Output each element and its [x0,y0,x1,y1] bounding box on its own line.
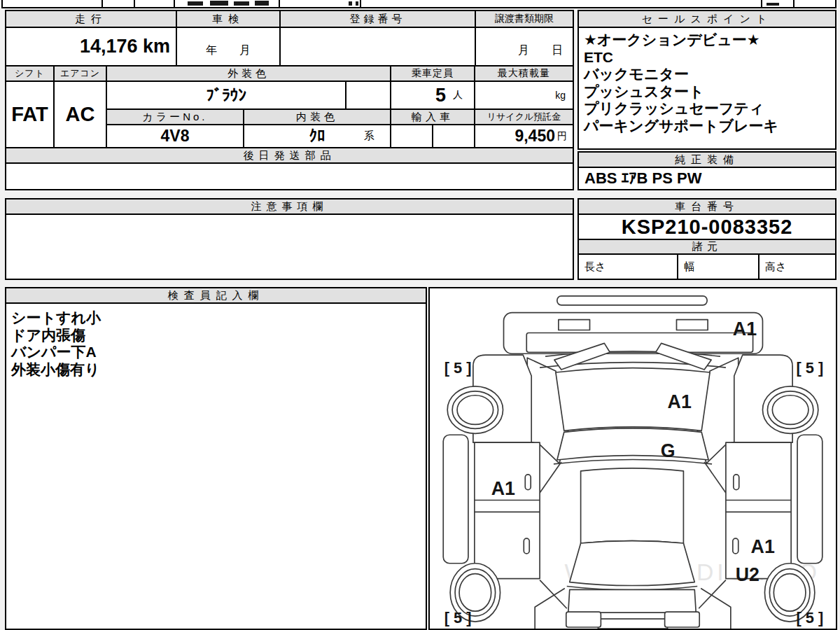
roof-panel [581,468,684,543]
left-rear-door-handle [524,538,529,554]
sales-points-list: ★オークションデビュー★ ETC バックモニター プッシュスタート プリクラッシ… [578,27,836,150]
color-no-header: カラーNo. [106,108,244,125]
rear-bumper-right-corner [701,588,731,629]
right-doors-panel [726,442,791,578]
cropped-grid-line [1,0,3,7]
capacity-header: 乗車定員 [390,65,475,82]
grade-windshield: A1 [668,391,692,412]
max-load-value-cell: kg [474,80,574,110]
later-parts-value [5,162,574,190]
right-front-door-handle [734,475,739,490]
rear-quarter-left-line [540,580,567,609]
exterior-color-value: ﾌﾞﾗｳﾝ [106,80,346,110]
shift-header: シフト [5,65,55,82]
capacity-value-cell: 5 人 [390,80,475,110]
color-no-value: 4V8 [106,124,244,148]
sales-points-header: セールスポイント [578,10,836,28]
cropped-top-row [1,0,836,8]
left-doors-panel [475,442,540,578]
front-top-strip [557,296,707,305]
front-left-wheel [447,386,503,433]
grade-right-rear-quarter: U2 [736,564,760,585]
exterior-color-extra-cell [345,80,391,110]
sales-point-item: プッシュスタート [584,83,835,101]
interior-color-value: ｸﾛ [309,127,326,146]
rear-bumper-rect-left [566,612,601,627]
spec-height-cell: 高さ [758,253,836,280]
inspector-notes: シートすれ小 ドア内張傷 バンパー下A 外装小傷有り [5,302,427,630]
cropped-grid-line [360,0,361,7]
cropped-grid-line [761,0,762,7]
grade-hood: G [661,440,676,461]
recycle-deposit-value: 9,450 [514,127,555,146]
cropped-text-fragment [356,1,358,6]
capacity-value: 5 [435,85,446,106]
shaken-value: 年 月 [176,27,281,66]
sales-point-item: パーキングサポートブレーキ [584,118,835,135]
inspector-note: シートすれ小 [11,309,426,327]
cropped-grid-line [835,0,836,7]
exterior-color-header: 外装色 [106,65,391,82]
cropped-text-fragment [349,1,352,6]
transfer-deadline-value: 月 日 [475,27,574,66]
genuine-equipment-value: ABS ｴｱB PS PW [578,167,836,190]
spec-width-cell: 幅 [677,253,760,280]
sales-point-item: ETC [584,49,835,66]
transfer-deadline-header: 譲渡書類期限 [475,10,574,28]
specs-header: 諸元 [578,239,836,255]
left-front-door-handle [525,475,531,490]
right-rear-door-handle [733,538,738,554]
import-car-cell-1 [390,124,433,148]
sales-point-item: ★オークションデビュー★ [584,31,835,49]
registration-header: 登録番号 [279,10,476,28]
left-sill [443,435,468,563]
cropped-grid-line [793,0,794,7]
cropped-text-fragment [188,1,203,6]
right-sill [797,435,822,563]
recycle-deposit-unit: 円 [557,130,567,143]
aircon-value: AC [53,80,107,148]
tire-tread-front-right: [ 5 ] [797,359,824,377]
trunk-lid [568,589,696,612]
inspector-note: バンパー下A [11,344,426,361]
aircon-header: エアコン [53,65,107,82]
mileage-value: 14,176 km [5,27,177,66]
front-bumper-rect-right [676,320,708,330]
cropped-text-fragment [255,1,269,6]
shaken-header: 車検 [176,10,281,28]
grade-left-door: A1 [491,478,515,499]
rear-window [570,541,695,586]
later-parts-header: 後日発送部品 [5,147,574,164]
tire-tread-rear-right: [ 5 ] [797,609,824,626]
left-cowl-flare-line [539,462,561,494]
grade-front-bumper: A1 [733,318,757,340]
cropped-grid-line [174,0,175,7]
mileage-header: 走行 [5,10,177,28]
import-car-cell-2 [432,124,475,148]
hood [557,428,708,460]
import-car-header: 輸入車 [390,108,475,125]
cropped-grid-line [134,0,135,7]
recycle-deposit-header: リサイクル預託金 [474,108,574,125]
hood-bottom-arc [554,459,712,463]
caution-body [5,214,574,280]
chassis-number-value: KSP210-0083352 [578,214,836,240]
cropped-grid-line [102,0,103,7]
interior-color-value-cell: ｸﾛ 系 [243,124,391,148]
inspector-note: 外装小傷有り [11,361,426,379]
rear-bumper-left-corner [535,588,565,629]
cropped-grid-line [279,0,280,7]
shift-value: FAT [5,80,55,148]
recycle-deposit-value-cell: 9,450 円 [474,124,574,148]
inspector-header: 検査員記入欄 [5,287,427,304]
car-diagram-box: WEB STUDIO PRO [428,287,837,630]
cropped-text-fragment [210,1,228,6]
chassis-number-header: 車台番号 [578,198,836,215]
capacity-unit: 人 [453,89,463,102]
caution-header: 注意事項欄 [5,198,574,215]
rear-bumper-band [598,619,667,629]
rear-bumper-rect-right [665,612,700,627]
tire-tread-rear-left: [ 5 ] [444,609,472,626]
cropped-text-fragment [766,3,779,6]
auction-sheet: 走行 車検 登録番号 譲渡書類期限 14,176 km 年 月 月 日 シフト … [0,0,840,630]
